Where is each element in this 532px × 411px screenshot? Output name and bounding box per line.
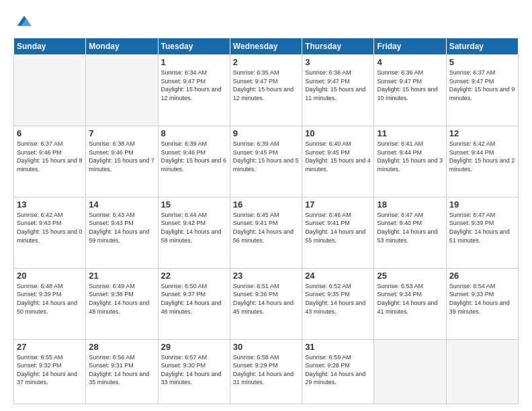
- calendar-cell: 25Sunrise: 6:53 AMSunset: 9:34 PMDayligh…: [374, 268, 446, 339]
- day-number: 16: [233, 199, 299, 210]
- calendar-cell: 9Sunrise: 6:39 AMSunset: 9:45 PMDaylight…: [230, 126, 302, 197]
- calendar-cell: 29Sunrise: 6:57 AMSunset: 9:30 PMDayligh…: [158, 339, 230, 404]
- day-number: 22: [161, 271, 227, 281]
- calendar-cell: [14, 55, 86, 126]
- day-number: 10: [305, 128, 371, 138]
- day-info: Sunrise: 6:56 AMSunset: 9:31 PMDaylight:…: [89, 353, 154, 387]
- calendar-cell: 1Sunrise: 6:34 AMSunset: 9:47 PMDaylight…: [158, 55, 230, 126]
- day-number: 9: [233, 128, 299, 138]
- day-info: Sunrise: 6:46 AMSunset: 9:41 PMDaylight:…: [305, 211, 371, 244]
- day-number: 5: [449, 57, 515, 67]
- calendar-cell: 12Sunrise: 6:42 AMSunset: 9:44 PMDayligh…: [446, 126, 518, 197]
- calendar-cell: 13Sunrise: 6:42 AMSunset: 9:43 PMDayligh…: [14, 197, 86, 268]
- week-row-3: 20Sunrise: 6:48 AMSunset: 9:39 PMDayligh…: [14, 268, 519, 339]
- day-info: Sunrise: 6:48 AMSunset: 9:39 PMDaylight:…: [17, 282, 83, 316]
- calendar-cell: [86, 55, 158, 126]
- calendar-cell: 7Sunrise: 6:38 AMSunset: 9:46 PMDaylight…: [86, 126, 158, 197]
- day-info: Sunrise: 6:39 AMSunset: 9:45 PMDaylight:…: [233, 140, 299, 173]
- day-info: Sunrise: 6:50 AMSunset: 9:37 PMDaylight:…: [161, 282, 227, 316]
- day-info: Sunrise: 6:58 AMSunset: 9:29 PMDaylight:…: [233, 353, 299, 387]
- calendar-cell: 30Sunrise: 6:58 AMSunset: 9:29 PMDayligh…: [230, 339, 302, 404]
- calendar-cell: 4Sunrise: 6:36 AMSunset: 9:47 PMDaylight…: [374, 55, 446, 126]
- calendar-cell: [374, 339, 446, 404]
- logo: [13, 12, 34, 31]
- day-info: Sunrise: 6:39 AMSunset: 9:46 PMDaylight:…: [161, 140, 227, 173]
- calendar-cell: 27Sunrise: 6:55 AMSunset: 9:32 PMDayligh…: [14, 339, 86, 404]
- day-number: 23: [233, 271, 299, 281]
- weekday-header-saturday: Saturday: [446, 38, 518, 55]
- week-row-0: 1Sunrise: 6:34 AMSunset: 9:47 PMDaylight…: [14, 55, 519, 126]
- day-info: Sunrise: 6:36 AMSunset: 9:47 PMDaylight:…: [377, 68, 443, 102]
- day-number: 3: [305, 57, 371, 67]
- week-row-4: 27Sunrise: 6:55 AMSunset: 9:32 PMDayligh…: [14, 339, 519, 404]
- weekday-header-friday: Friday: [374, 38, 446, 55]
- day-info: Sunrise: 6:51 AMSunset: 9:36 PMDaylight:…: [233, 282, 299, 316]
- day-number: 14: [89, 199, 154, 210]
- calendar-cell: 18Sunrise: 6:47 AMSunset: 9:40 PMDayligh…: [374, 197, 446, 268]
- day-number: 31: [305, 342, 371, 352]
- day-info: Sunrise: 6:38 AMSunset: 9:46 PMDaylight:…: [89, 140, 154, 173]
- calendar-cell: 23Sunrise: 6:51 AMSunset: 9:36 PMDayligh…: [230, 268, 302, 339]
- day-number: 4: [377, 57, 443, 67]
- calendar-cell: 20Sunrise: 6:48 AMSunset: 9:39 PMDayligh…: [14, 268, 86, 339]
- day-number: 19: [449, 199, 515, 210]
- day-number: 7: [89, 128, 154, 138]
- day-info: Sunrise: 6:36 AMSunset: 9:47 PMDaylight:…: [305, 68, 371, 102]
- calendar-cell: [446, 339, 518, 404]
- day-number: 17: [305, 199, 371, 210]
- weekday-header-tuesday: Tuesday: [158, 38, 230, 55]
- day-number: 11: [377, 128, 443, 138]
- day-info: Sunrise: 6:40 AMSunset: 9:45 PMDaylight:…: [305, 140, 371, 173]
- day-number: 24: [305, 271, 371, 281]
- calendar-cell: 2Sunrise: 6:35 AMSunset: 9:47 PMDaylight…: [230, 55, 302, 126]
- day-info: Sunrise: 6:45 AMSunset: 9:41 PMDaylight:…: [233, 211, 299, 244]
- day-number: 27: [17, 342, 83, 352]
- weekday-header-sunday: Sunday: [14, 38, 86, 55]
- calendar-cell: 26Sunrise: 6:54 AMSunset: 9:33 PMDayligh…: [446, 268, 518, 339]
- calendar-cell: 16Sunrise: 6:45 AMSunset: 9:41 PMDayligh…: [230, 197, 302, 268]
- day-number: 6: [17, 128, 83, 138]
- day-info: Sunrise: 6:37 AMSunset: 9:46 PMDaylight:…: [17, 140, 83, 173]
- day-number: 25: [377, 271, 443, 281]
- weekday-header-monday: Monday: [86, 38, 158, 55]
- weekday-header-row: SundayMondayTuesdayWednesdayThursdayFrid…: [14, 38, 519, 55]
- calendar-cell: 8Sunrise: 6:39 AMSunset: 9:46 PMDaylight…: [158, 126, 230, 197]
- day-info: Sunrise: 6:42 AMSunset: 9:44 PMDaylight:…: [449, 140, 515, 173]
- day-number: 30: [233, 342, 299, 352]
- calendar-cell: 21Sunrise: 6:49 AMSunset: 9:38 PMDayligh…: [86, 268, 158, 339]
- day-number: 13: [17, 199, 83, 210]
- day-number: 26: [449, 271, 515, 281]
- day-info: Sunrise: 6:44 AMSunset: 9:42 PMDaylight:…: [161, 211, 227, 244]
- header: [13, 12, 519, 31]
- calendar-cell: 28Sunrise: 6:56 AMSunset: 9:31 PMDayligh…: [86, 339, 158, 404]
- week-row-1: 6Sunrise: 6:37 AMSunset: 9:46 PMDaylight…: [14, 126, 519, 197]
- day-info: Sunrise: 6:47 AMSunset: 9:40 PMDaylight:…: [377, 211, 443, 244]
- day-info: Sunrise: 6:42 AMSunset: 9:43 PMDaylight:…: [17, 211, 83, 244]
- calendar-cell: 19Sunrise: 6:47 AMSunset: 9:39 PMDayligh…: [446, 197, 518, 268]
- day-number: 2: [233, 57, 299, 67]
- calendar: SundayMondayTuesdayWednesdayThursdayFrid…: [13, 38, 519, 404]
- calendar-cell: 10Sunrise: 6:40 AMSunset: 9:45 PMDayligh…: [302, 126, 374, 197]
- calendar-cell: 31Sunrise: 6:59 AMSunset: 9:28 PMDayligh…: [302, 339, 374, 404]
- day-info: Sunrise: 6:49 AMSunset: 9:38 PMDaylight:…: [89, 282, 154, 316]
- day-number: 1: [161, 57, 227, 67]
- day-number: 29: [161, 342, 227, 352]
- day-info: Sunrise: 6:43 AMSunset: 9:43 PMDaylight:…: [89, 211, 154, 244]
- calendar-cell: 24Sunrise: 6:52 AMSunset: 9:35 PMDayligh…: [302, 268, 374, 339]
- logo-icon: [15, 12, 34, 31]
- day-info: Sunrise: 6:52 AMSunset: 9:35 PMDaylight:…: [305, 282, 371, 316]
- day-info: Sunrise: 6:59 AMSunset: 9:28 PMDaylight:…: [305, 353, 371, 387]
- day-info: Sunrise: 6:37 AMSunset: 9:47 PMDaylight:…: [449, 68, 515, 102]
- calendar-cell: 17Sunrise: 6:46 AMSunset: 9:41 PMDayligh…: [302, 197, 374, 268]
- day-info: Sunrise: 6:54 AMSunset: 9:33 PMDaylight:…: [449, 282, 515, 316]
- day-number: 28: [89, 342, 154, 352]
- calendar-cell: 5Sunrise: 6:37 AMSunset: 9:47 PMDaylight…: [446, 55, 518, 126]
- day-info: Sunrise: 6:53 AMSunset: 9:34 PMDaylight:…: [377, 282, 443, 316]
- day-number: 21: [89, 271, 154, 281]
- calendar-cell: 3Sunrise: 6:36 AMSunset: 9:47 PMDaylight…: [302, 55, 374, 126]
- weekday-header-wednesday: Wednesday: [230, 38, 302, 55]
- day-number: 8: [161, 128, 227, 138]
- day-number: 15: [161, 199, 227, 210]
- calendar-cell: 6Sunrise: 6:37 AMSunset: 9:46 PMDaylight…: [14, 126, 86, 197]
- week-row-2: 13Sunrise: 6:42 AMSunset: 9:43 PMDayligh…: [14, 197, 519, 268]
